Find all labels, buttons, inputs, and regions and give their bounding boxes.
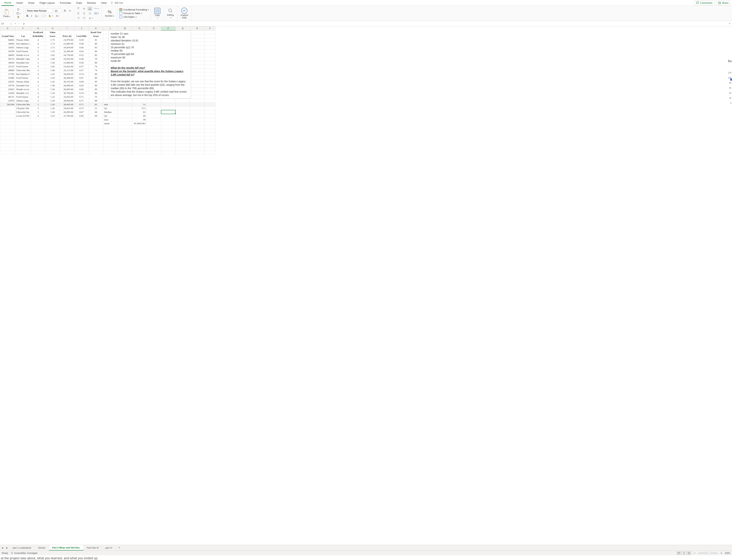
cell[interactable] xyxy=(190,106,205,110)
font-size-select[interactable] xyxy=(54,9,62,13)
add-sheet-button[interactable]: + xyxy=(116,546,123,550)
cell-reliability[interactable]: 4 xyxy=(31,53,45,57)
align-left-button[interactable] xyxy=(76,11,81,15)
cell[interactable] xyxy=(45,140,60,143)
cell[interactable] xyxy=(205,129,215,133)
cell-price[interactable]: 26,995.00 xyxy=(60,110,74,114)
cell[interactable] xyxy=(205,72,215,76)
cell[interactable] xyxy=(103,143,118,147)
cell-total[interactable]: 37785 xyxy=(0,72,15,76)
cell[interactable] xyxy=(176,125,190,129)
cell[interactable] xyxy=(60,147,74,151)
cell[interactable] xyxy=(60,136,74,140)
cell[interactable] xyxy=(190,34,205,38)
cell[interactable] xyxy=(45,133,60,136)
cell-total[interactable]: 28695 xyxy=(0,53,15,57)
cell-car[interactable]: Chevrolet Ma xyxy=(15,103,31,106)
cell-roadtest[interactable]: 80 xyxy=(89,42,103,46)
cell[interactable] xyxy=(190,151,205,154)
cell-value[interactable]: 1.52 xyxy=(45,114,60,118)
cell-price[interactable]: 28,090.00 xyxy=(60,84,74,87)
cell[interactable] xyxy=(161,133,176,136)
cell-stat-label[interactable]: mean xyxy=(103,122,118,125)
view-page-break-button[interactable] xyxy=(687,552,691,555)
cell-roadtest[interactable]: 83 xyxy=(89,103,103,106)
cell[interactable] xyxy=(31,133,45,136)
cell-total[interactable]: 23970 xyxy=(0,99,15,103)
cell[interactable] xyxy=(205,30,215,34)
cell-total[interactable]: 21800 xyxy=(0,76,15,80)
cell[interactable] xyxy=(118,110,132,114)
cell[interactable] xyxy=(74,133,89,136)
cell[interactable] xyxy=(103,129,118,133)
comments-button[interactable]: Comments xyxy=(694,1,714,5)
borders-button[interactable] xyxy=(41,14,47,18)
cell[interactable] xyxy=(89,133,103,136)
cell[interactable] xyxy=(205,140,215,143)
cell[interactable] xyxy=(147,140,161,143)
sheet-nav-next[interactable]: ▶ xyxy=(5,546,9,549)
cell-value[interactable]: 1.58 xyxy=(45,61,60,65)
format-as-table-button[interactable]: Format as Table▾ xyxy=(119,12,149,15)
cell-price[interactable]: 25,115.00 xyxy=(60,68,74,72)
cell-styles-button[interactable]: Cell Styles▾ xyxy=(119,15,149,19)
cell[interactable] xyxy=(205,110,215,114)
cell[interactable] xyxy=(89,125,103,129)
cell[interactable] xyxy=(190,84,205,87)
cell-costmile[interactable]: 0.85 xyxy=(74,114,89,118)
cell[interactable] xyxy=(103,125,118,129)
cell-value[interactable]: 1.34 xyxy=(45,91,60,95)
cell-price[interactable]: 23,970.00 xyxy=(60,38,74,42)
cell-roadtest[interactable]: 95 xyxy=(89,80,103,84)
cell-roadtest[interactable]: 89 xyxy=(89,61,103,65)
cell-value[interactable]: 1.48 xyxy=(45,68,60,72)
cell[interactable] xyxy=(0,125,15,129)
cell[interactable] xyxy=(205,91,215,95)
cell[interactable] xyxy=(161,114,176,118)
cell-price[interactable]: 24,730.00 xyxy=(60,53,74,57)
sheet-tab-4[interactable]: Part Part III xyxy=(84,545,102,550)
cell[interactable] xyxy=(205,143,215,147)
cell-costmile[interactable] xyxy=(74,122,89,125)
cell[interactable] xyxy=(205,80,215,84)
cell-reliability[interactable]: 4 xyxy=(31,91,45,95)
sheet-nav-prev[interactable]: ◀ xyxy=(0,546,5,549)
cell-car[interactable] xyxy=(15,118,31,122)
cell-reliability[interactable]: 4 xyxy=(31,65,45,68)
cell-value[interactable]: 1.42 xyxy=(45,76,60,80)
cell[interactable] xyxy=(161,151,176,154)
cell[interactable] xyxy=(190,143,205,147)
cell[interactable] xyxy=(132,140,147,143)
cell[interactable]: Road-Test xyxy=(89,30,103,34)
cell-price[interactable]: 32,055.00 xyxy=(60,95,74,99)
cell[interactable] xyxy=(190,49,205,53)
cell-value[interactable]: 1.29 xyxy=(45,99,60,103)
cell-stat-label[interactable] xyxy=(103,99,118,103)
cell[interactable] xyxy=(190,65,205,68)
cell[interactable] xyxy=(190,95,205,99)
cell[interactable] xyxy=(147,147,161,151)
cell[interactable] xyxy=(45,125,60,129)
cancel-formula-button[interactable]: ✕ xyxy=(14,22,16,25)
expand-formula-bar[interactable]: ▼ xyxy=(727,23,732,25)
cell-costmile[interactable]: 0.57 xyxy=(74,68,89,72)
cell[interactable] xyxy=(161,147,176,151)
cell[interactable] xyxy=(147,136,161,140)
cell[interactable] xyxy=(118,122,132,125)
cell-car[interactable]: Honda Accor xyxy=(15,87,31,91)
cell-total[interactable] xyxy=(0,118,15,122)
align-center-button[interactable] xyxy=(82,11,86,15)
cell-reliability[interactable]: 4 xyxy=(31,57,45,61)
cell[interactable] xyxy=(161,129,176,133)
cell[interactable] xyxy=(132,133,147,136)
cell-value[interactable] xyxy=(45,122,60,125)
cell-stat-label[interactable]: Median xyxy=(103,110,118,114)
cell[interactable] xyxy=(190,99,205,103)
cell[interactable] xyxy=(132,151,147,154)
cell-total[interactable]: 46715 xyxy=(0,95,15,99)
cell[interactable] xyxy=(205,122,215,125)
cell[interactable] xyxy=(205,87,215,91)
copy-button[interactable] xyxy=(16,11,22,15)
col-header-F[interactable]: F xyxy=(15,27,31,31)
cell[interactable] xyxy=(190,118,205,122)
